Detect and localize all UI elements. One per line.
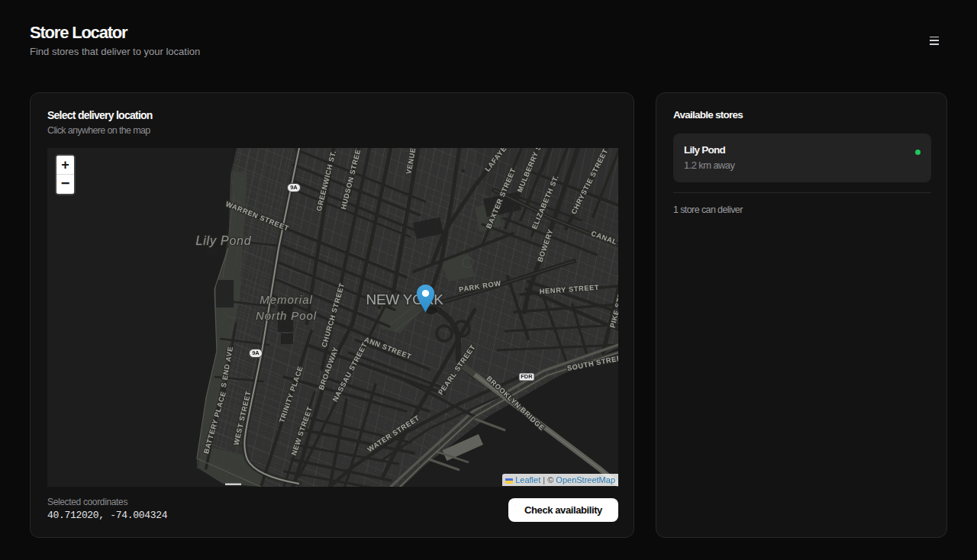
svg-text:FDR: FDR	[521, 373, 533, 380]
svg-text:Lily Pond: Lily Pond	[195, 234, 251, 247]
svg-text:9A: 9A	[252, 349, 260, 356]
svg-text:9A: 9A	[290, 184, 298, 191]
svg-text:Memorial: Memorial	[260, 293, 313, 306]
svg-text:North Pool: North Pool	[256, 309, 317, 322]
